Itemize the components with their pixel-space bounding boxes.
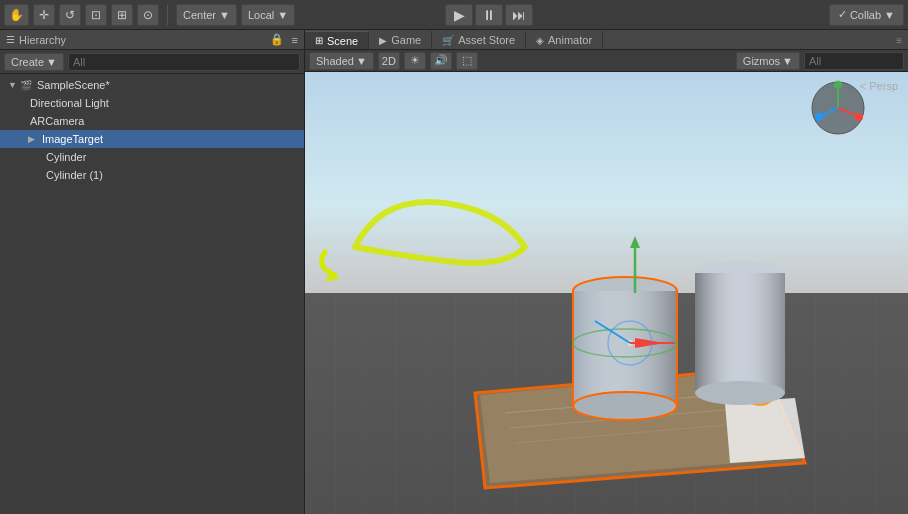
tab-animator[interactable]: ◈ Animator [526,31,603,49]
hierarchy-controls: Create ▼ [0,50,304,74]
scene-toolbar: Shaded ▼ 2D ☀ 🔊 ⬚ Gizmos ▼ [305,50,908,72]
audio-btn[interactable]: 🔊 [430,52,452,70]
2d-btn[interactable]: 2D [378,52,400,70]
gizmos-arrow: ▼ [782,55,793,67]
arcamera-label: ARCamera [30,115,84,127]
hierarchy-tree: ▼ 🎬 SampleScene* Directional Light ARCam… [0,74,304,514]
main-layout: ☰ Hierarchy 🔒 ≡ Create ▼ ▼ 🎬 SampleScene… [0,30,908,514]
play-button[interactable]: ▶ [445,4,473,26]
pivot-arrow: ▼ [219,9,230,21]
gizmo-compass: Y [808,78,868,138]
hierarchy-item-cylinder[interactable]: Cylinder [0,148,304,166]
step-button[interactable]: ⏭ [505,4,533,26]
scene-viewport[interactable]: < Persp Y [305,72,908,514]
local-dropdown[interactable]: Local ▼ [241,4,295,26]
collab-button[interactable]: ✓ Collab ▼ [829,4,904,26]
create-button[interactable]: Create ▼ [4,53,64,71]
scene-search[interactable] [804,52,904,70]
hierarchy-header: ☰ Hierarchy 🔒 ≡ [0,30,304,50]
scene-root: ▼ 🎬 SampleScene* Directional Light ARCam… [0,74,304,186]
lighting-btn[interactable]: ☀ [404,52,426,70]
collab-checkmark: ✓ [838,8,847,21]
imagetarget-label: ImageTarget [42,133,103,145]
hierarchy-lock[interactable]: 🔒 [270,33,284,46]
scene-tab-label: Scene [327,35,358,47]
asset-tab-icon: 🛒 [442,35,454,46]
scene-arrow: ▼ [8,80,20,90]
pivot-dropdown[interactable]: Center ▼ [176,4,237,26]
pivot-label: Center [183,9,216,21]
scene-background [305,72,908,514]
animator-tab-label: Animator [548,34,592,46]
scale-tool-btn[interactable]: ⊡ [85,4,107,26]
hierarchy-title: Hierarchy [19,34,66,46]
hierarchy-menu[interactable]: ≡ [292,34,298,46]
tab-game[interactable]: ▶ Game [369,31,432,49]
gizmos-dropdown[interactable]: Gizmos ▼ [736,52,800,70]
tab-scene[interactable]: ⊞ Scene [305,31,369,49]
tab-asset-store[interactable]: 🛒 Asset Store [432,31,526,49]
effects-btn[interactable]: ⬚ [456,52,478,70]
scene-root-item[interactable]: ▼ 🎬 SampleScene* [0,76,304,94]
game-tab-label: Game [391,34,421,46]
tabs-bar: ⊞ Scene ▶ Game 🛒 Asset Store ◈ Animator … [305,30,908,50]
hierarchy-item-directional-light[interactable]: Directional Light [0,94,304,112]
tabs-more[interactable]: ≡ [890,31,908,49]
imagetarget-arrow: ▶ [28,134,40,144]
shaded-arrow: ▼ [356,55,367,67]
move-tool-btn[interactable]: ✛ [33,4,55,26]
game-tab-icon: ▶ [379,35,387,46]
cylinder-label: Cylinder [46,151,86,163]
rotate-tool-btn[interactable]: ↺ [59,4,81,26]
rect-tool-btn[interactable]: ⊞ [111,4,133,26]
hierarchy-item-imagetarget[interactable]: ▶ ImageTarget [0,130,304,148]
hierarchy-search[interactable] [68,53,300,71]
hierarchy-item-arcamera[interactable]: ARCamera [0,112,304,130]
local-arrow: ▼ [277,9,288,21]
create-arrow: ▼ [46,56,57,68]
svg-point-8 [815,113,823,121]
directional-light-label: Directional Light [30,97,109,109]
scene-name: SampleScene* [37,79,110,91]
local-label: Local [248,9,274,21]
shaded-label: Shaded [316,55,354,67]
scene-tab-icon: ⊞ [315,35,323,46]
hand-tool-btn[interactable]: ✋ [4,4,29,26]
scene-panel: ⊞ Scene ▶ Game 🛒 Asset Store ◈ Animator … [305,30,908,514]
asset-tab-label: Asset Store [458,34,515,46]
hierarchy-icon: ☰ [6,34,15,45]
top-toolbar: ✋ ✛ ↺ ⊡ ⊞ ⊙ Center ▼ Local ▼ ▶ ⏸ ⏭ ✓ Col… [0,0,908,30]
divider-1 [167,5,168,25]
hierarchy-item-cylinder-1[interactable]: Cylinder (1) [0,166,304,184]
cylinder1-label: Cylinder (1) [46,169,103,181]
pause-button[interactable]: ⏸ [475,4,503,26]
shaded-dropdown[interactable]: Shaded ▼ [309,52,374,70]
hierarchy-panel: ☰ Hierarchy 🔒 ≡ Create ▼ ▼ 🎬 SampleScene… [0,30,305,514]
animator-tab-icon: ◈ [536,35,544,46]
transform-tool-btn[interactable]: ⊙ [137,4,159,26]
svg-point-6 [855,113,863,121]
scene-icon: 🎬 [20,80,32,91]
